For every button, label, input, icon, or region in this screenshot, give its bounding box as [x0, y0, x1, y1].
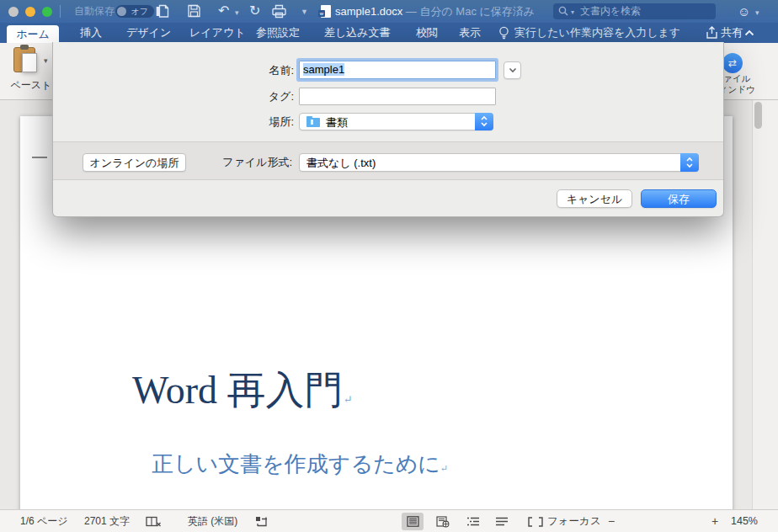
tab-references[interactable]: 参照設定: [256, 23, 300, 43]
file-format-popup[interactable]: 書式なし (.txt): [299, 153, 699, 172]
autosave-state-label: オフ: [131, 5, 148, 18]
file-window-icon: ⇄: [722, 53, 743, 73]
share-icon: [706, 26, 718, 40]
tell-me-input[interactable]: 実行したい作業内容を入力します: [514, 23, 680, 43]
search-icon: [558, 6, 570, 17]
autosave-toggle-knob: [117, 7, 126, 16]
view-print-layout-button[interactable]: [402, 513, 424, 530]
toolbar-overflow-caret-icon[interactable]: ▼: [301, 8, 308, 16]
document-title-text: Word 再入門↵: [132, 364, 352, 417]
title-bar: 自動保存 オフ ↶ ▾ ↻ ▼ w sample1.docx — 自分の Mac…: [0, 0, 778, 23]
outline-icon: [466, 516, 480, 527]
tab-insert[interactable]: 挿入: [80, 23, 102, 43]
focus-mode-button[interactable]: フォーカス: [547, 510, 601, 532]
paste-label: ペースト: [7, 78, 56, 93]
expand-dialog-button[interactable]: [504, 61, 521, 79]
paste-button[interactable]: ▾ ペースト: [7, 45, 56, 92]
dialog-format-band: オンラインの場所 ファイル形式: 書式なし (.txt): [53, 141, 723, 180]
filename-input[interactable]: sample1: [299, 61, 496, 79]
new-document-icon[interactable]: [156, 4, 169, 19]
view-draft-button[interactable]: [491, 513, 513, 530]
where-label: 場所:: [205, 113, 294, 131]
tab-design[interactable]: デザイン: [126, 23, 171, 43]
tab-mailings[interactable]: 差し込み文書: [324, 23, 391, 43]
where-popup[interactable]: 書類: [299, 113, 493, 130]
zoom-level[interactable]: 145%: [731, 510, 758, 532]
view-outline-button[interactable]: [462, 513, 484, 530]
close-window-button[interactable]: [8, 7, 19, 17]
save-dialog: 名前: sample1 タグ: 場所: 書類 オンラインの場所 ファイル形式: …: [52, 42, 724, 217]
tab-home[interactable]: ホーム: [7, 25, 59, 43]
word-document-icon: w: [321, 5, 331, 18]
language-indicator[interactable]: 英語 (米国): [188, 510, 237, 532]
web-layout-icon: [436, 516, 450, 528]
document-name: sample1.docx: [335, 5, 402, 18]
name-label: 名前:: [205, 61, 294, 80]
focus-mode-icon[interactable]: [528, 517, 543, 527]
window-title: sample1.docx — 自分の Mac に保存済み: [335, 0, 535, 23]
draft-icon: [495, 516, 509, 527]
tab-view[interactable]: 表示: [459, 23, 481, 43]
undo-dropdown-caret-icon[interactable]: ▾: [235, 8, 239, 17]
print-icon[interactable]: [272, 4, 286, 19]
print-layout-icon: [407, 516, 419, 527]
filename-value: sample1: [303, 63, 344, 76]
document-save-status: — 自分の Mac に保存済み: [402, 5, 535, 18]
word-count[interactable]: 2701 文字: [84, 510, 130, 532]
paste-clipboard-icon: [13, 47, 35, 72]
titlebar-divider: [60, 5, 61, 18]
redo-icon[interactable]: ↻: [249, 3, 260, 17]
save-button[interactable]: 保存: [641, 189, 717, 208]
autosave-label: 自動保存: [74, 0, 115, 23]
search-placeholder: 文書内を検索: [580, 3, 641, 19]
page-dash: [32, 157, 47, 158]
collapse-ribbon-icon[interactable]: [744, 29, 754, 36]
chevron-down-icon: [509, 67, 517, 73]
document-subtitle-text: 正しい文書を作成するために↵: [152, 450, 448, 479]
share-button[interactable]: 共有: [721, 23, 743, 43]
autosave-toggle[interactable]: オフ: [115, 5, 154, 18]
paste-dropdown-caret-icon[interactable]: ▾: [44, 56, 48, 65]
save-icon[interactable]: [188, 4, 200, 19]
lightbulb-icon: [498, 26, 509, 40]
documents-folder-icon: [306, 118, 320, 127]
popup-chevrons-icon: [680, 153, 699, 172]
page-count[interactable]: 1/6 ページ: [20, 510, 68, 532]
file-format-label: ファイル形式:: [179, 153, 292, 172]
zoom-in-button[interactable]: +: [711, 510, 718, 532]
online-locations-button[interactable]: オンラインの場所: [83, 153, 186, 172]
proofing-errors-icon[interactable]: [146, 516, 162, 528]
popup-chevrons-icon: [475, 113, 493, 130]
tab-layout[interactable]: レイアウト: [189, 23, 246, 43]
status-bar: 1/6 ページ 2701 文字 英語 (米国) フォーカス − + 145%: [0, 509, 778, 532]
tab-review[interactable]: 校閲: [416, 23, 438, 43]
paragraph-mark-icon: ↵: [440, 463, 448, 473]
cancel-button[interactable]: キャンセル: [557, 189, 632, 208]
zoom-window-button[interactable]: [42, 7, 52, 17]
search-scope-caret-icon[interactable]: ▾: [571, 8, 574, 16]
paragraph-mark-icon: ↵: [344, 393, 353, 406]
undo-icon[interactable]: ↶: [218, 3, 229, 17]
feedback-caret-icon[interactable]: ▾: [755, 8, 759, 17]
feedback-smiley-icon[interactable]: ☺: [738, 0, 750, 23]
scrollbar-divider: [752, 100, 753, 509]
ribbon-tab-row: ホーム 挿入 デザイン レイアウト 参照設定 差し込み文書 校閲 表示 実行した…: [0, 23, 778, 43]
zoom-out-button[interactable]: −: [608, 510, 615, 532]
view-web-layout-button[interactable]: [432, 513, 454, 530]
tags-label: タグ:: [205, 88, 294, 106]
file-format-value: 書式なし (.txt): [306, 155, 376, 171]
vertical-scrollbar-thumb[interactable]: [754, 102, 762, 129]
word-app-window: 自動保存 オフ ↶ ▾ ↻ ▼ w sample1.docx — 自分の Mac…: [0, 0, 778, 532]
vertical-scrollbar[interactable]: [753, 100, 778, 509]
tags-input[interactable]: [299, 88, 496, 105]
minimize-window-button[interactable]: [25, 7, 35, 17]
search-input[interactable]: ▾ 文書内を検索: [553, 3, 716, 19]
where-value: 書類: [326, 114, 348, 130]
track-changes-icon[interactable]: [255, 516, 269, 528]
